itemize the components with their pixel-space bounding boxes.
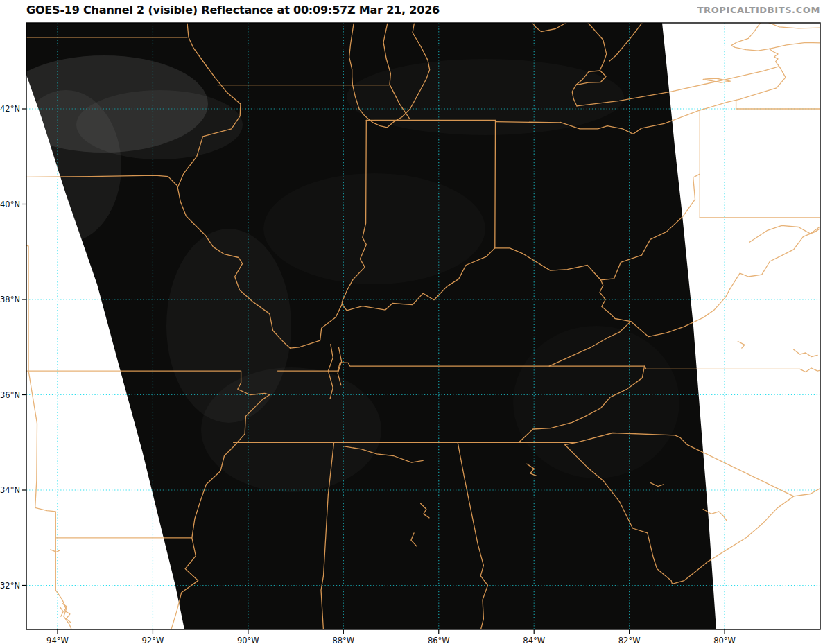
lat-axis-label: 36°N (0, 390, 20, 400)
lat-axis-label: 42°N (0, 104, 20, 114)
lon-axis-label: 94°W (46, 636, 69, 644)
lon-axis-label: 86°W (428, 636, 450, 644)
lon-axis-label: 92°W (142, 636, 164, 644)
lon-axis-label: 88°W (332, 636, 354, 644)
lat-axis-label: 38°N (0, 295, 20, 304)
cloud-wisp (347, 59, 624, 135)
cloud-wisp (76, 90, 243, 159)
cloud-wisp (513, 326, 679, 478)
lon-axis-label: 82°W (618, 636, 641, 644)
state-border-line (495, 121, 496, 248)
lon-axis-label: 84°W (523, 636, 545, 644)
goes-satellite-figure: GOES-19 Channel 2 (visible) Reflectance … (0, 0, 832, 644)
lon-axis-label: 80°W (713, 636, 736, 644)
lat-axis-label: 40°N (0, 200, 20, 209)
cloud-wisp (263, 173, 485, 284)
plot-area (0, 22, 824, 630)
lat-axis-label: 32°N (0, 581, 20, 591)
lon-axis-label: 90°W (237, 636, 259, 644)
cloud-wisp (201, 367, 381, 492)
lat-axis-label: 34°N (0, 485, 20, 495)
satellite-map-canvas: 42°N40°N38°N36°N34°N32°N94°W92°W90°W88°W… (0, 0, 832, 644)
